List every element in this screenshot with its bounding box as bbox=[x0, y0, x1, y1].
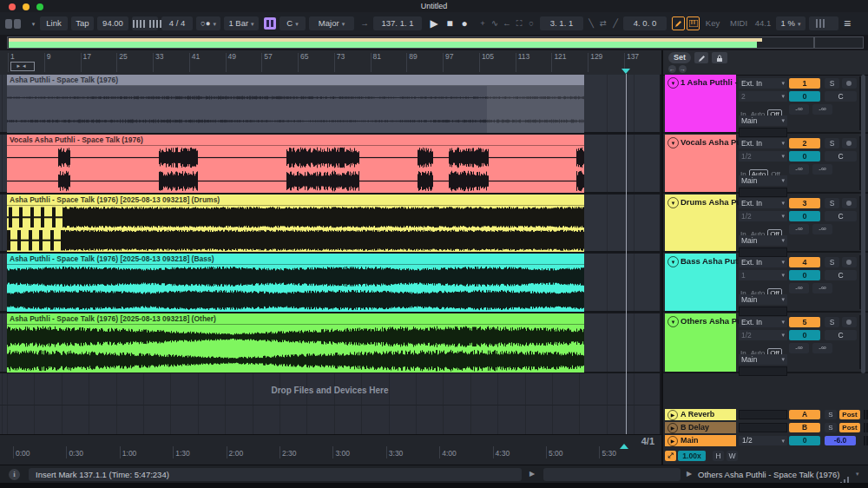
pan-value[interactable]: C bbox=[825, 211, 857, 221]
send-b-value[interactable]: -∞ bbox=[812, 283, 832, 293]
volume-value[interactable]: 0 bbox=[789, 211, 820, 221]
add-locator-icon[interactable]: + bbox=[477, 16, 488, 30]
punch-length-field[interactable]: 4. 0. 0 bbox=[623, 16, 667, 30]
vertical-scrollbar[interactable] bbox=[861, 75, 865, 373]
track-lane[interactable]: Asha Puthli - Space Talk (1976) [2025-08… bbox=[0, 195, 660, 253]
input-channel-select[interactable]: 1/2▾ bbox=[739, 211, 787, 221]
input-channel-select[interactable]: 1/2▾ bbox=[739, 330, 787, 340]
return-activator-button[interactable]: B bbox=[789, 423, 820, 432]
track-name-block[interactable]: ▾ Vocals Asha Put bbox=[665, 135, 736, 192]
zoom-icon[interactable]: ⤢ bbox=[665, 451, 676, 461]
output-select[interactable]: Main▾ bbox=[739, 115, 787, 126]
link-button[interactable]: Link bbox=[40, 16, 68, 30]
track-name-block[interactable]: ▾ Drums Asha Put bbox=[665, 195, 736, 251]
re-enable-automation-icon[interactable]: ← bbox=[502, 16, 512, 30]
window-layout-icon[interactable] bbox=[5, 16, 23, 30]
record-button[interactable]: ● bbox=[458, 16, 470, 30]
input-channel-select[interactable]: 1▾ bbox=[739, 270, 787, 280]
main-pan-value[interactable]: 0 bbox=[789, 436, 820, 445]
post-toggle-button[interactable]: Post bbox=[839, 423, 860, 432]
io-extra-field[interactable] bbox=[739, 366, 787, 376]
drop-zone[interactable]: Drop Files and Devices Here bbox=[0, 373, 660, 434]
tempo-field[interactable]: 94.00 bbox=[97, 16, 128, 30]
return-track-name-block[interactable]: ▶ B Delay bbox=[665, 422, 736, 433]
input-type-select[interactable]: Ext. In▾ bbox=[739, 317, 787, 327]
beat-time-ruler[interactable]: 191725334149576573818997105113121129137 … bbox=[0, 50, 661, 76]
send-a-value[interactable]: -∞ bbox=[789, 164, 809, 175]
draw-automation-icon[interactable] bbox=[694, 52, 708, 63]
send-a-value[interactable]: -∞ bbox=[789, 104, 809, 115]
output-select[interactable]: Main▾ bbox=[739, 354, 787, 365]
follow-icon[interactable]: → bbox=[358, 16, 372, 30]
session-record-icon[interactable]: ⛶ bbox=[514, 16, 524, 30]
arm-button[interactable] bbox=[842, 78, 857, 89]
play-button[interactable]: ▶ bbox=[428, 16, 440, 30]
track-lane[interactable]: Asha Puthli - Space Talk (1976) bbox=[0, 75, 660, 134]
time-signature-field[interactable]: 4 / 4 bbox=[161, 16, 193, 30]
track-width-button[interactable]: W bbox=[727, 451, 738, 461]
arm-button[interactable] bbox=[842, 138, 857, 148]
main-output-select[interactable]: 1/2▾ bbox=[739, 436, 787, 445]
arm-button[interactable] bbox=[842, 257, 857, 267]
scale-root-select[interactable]: C▾ bbox=[279, 16, 306, 30]
pan-value[interactable]: C bbox=[825, 151, 857, 162]
loop-switch-icon[interactable]: ⇄ bbox=[597, 16, 609, 30]
overview-tail-region[interactable] bbox=[814, 36, 864, 49]
main-track-name-block[interactable]: ▶ Main bbox=[665, 435, 736, 446]
pan-value[interactable]: C bbox=[825, 91, 857, 102]
pan-value[interactable]: C bbox=[825, 270, 857, 280]
audio-clip[interactable]: Vocals Asha Puthli - Space Talk (1976) bbox=[7, 135, 584, 193]
solo-button[interactable]: S bbox=[825, 198, 839, 208]
punch-start-field[interactable]: 3. 1. 1 bbox=[540, 16, 583, 30]
track-header[interactable]: ▾ Drums Asha Put Ext. In▾ 1/2▾ InAutoOff… bbox=[663, 195, 868, 253]
track-activator-button[interactable]: 4 bbox=[789, 257, 820, 267]
expand-arrow-icon[interactable]: ▶ bbox=[529, 470, 535, 478]
post-toggle-button[interactable]: Post bbox=[839, 410, 860, 419]
fold-track-icon[interactable]: ▾ bbox=[667, 256, 679, 267]
time-ruler[interactable]: 0:000:301:001:302:002:303:003:304:004:30… bbox=[0, 434, 661, 465]
stop-button[interactable]: ■ bbox=[444, 16, 456, 30]
send-b-value[interactable]: -∞ bbox=[812, 104, 832, 115]
scale-icon[interactable] bbox=[264, 17, 276, 30]
expand-arrow-icon[interactable]: ▶ bbox=[687, 470, 692, 478]
fold-track-icon[interactable]: ▾ bbox=[667, 137, 679, 148]
clip-waveform-area[interactable] bbox=[7, 86, 584, 133]
volume-value[interactable]: 0 bbox=[789, 151, 820, 162]
groove-pool-icon[interactable]: ○●▾ bbox=[196, 16, 220, 30]
chevron-down-icon[interactable]: ▾ bbox=[28, 16, 36, 30]
track-lane[interactable]: Asha Puthli - Space Talk (1976) [2025-08… bbox=[0, 254, 660, 313]
track-activator-button[interactable]: 5 bbox=[789, 317, 820, 327]
input-channel-select[interactable]: 1/2▾ bbox=[739, 151, 787, 162]
next-locator-button[interactable]: → bbox=[679, 65, 687, 73]
send-a-value[interactable]: -∞ bbox=[789, 283, 809, 293]
send-b-value[interactable]: -∞ bbox=[812, 164, 832, 175]
info-icon[interactable]: i bbox=[9, 469, 20, 480]
track-name-block[interactable]: ▾ Bass Asha Puthli bbox=[665, 254, 736, 311]
output-select[interactable]: Main▾ bbox=[739, 235, 787, 246]
arm-button[interactable] bbox=[842, 317, 857, 327]
track-header[interactable]: ▾ Bass Asha Puthli Ext. In▾ 1▾ InAutoOff… bbox=[663, 254, 868, 313]
solo-button[interactable]: S bbox=[825, 423, 837, 432]
loop-start-icon[interactable]: ○ bbox=[526, 16, 536, 30]
fold-track-icon[interactable]: ▾ bbox=[667, 316, 679, 327]
arrangement-position-field[interactable]: 137. 1. 1 bbox=[373, 16, 422, 30]
clip-title-bar[interactable]: Asha Puthli - Space Talk (1976) [2025-08… bbox=[7, 195, 584, 206]
fold-track-icon[interactable]: ▾ bbox=[667, 197, 679, 208]
input-type-select[interactable]: Ext. In▾ bbox=[739, 138, 787, 148]
clip-waveform-area[interactable] bbox=[7, 325, 584, 373]
track-name-block[interactable]: ▾ 1 Asha Puthli - S bbox=[665, 75, 736, 132]
track-lane[interactable]: Vocals Asha Puthli - Space Talk (1976) bbox=[0, 135, 660, 194]
punch-out-icon[interactable]: ╱ bbox=[611, 16, 620, 30]
return-track-row[interactable]: ▶ A Reverb A S Post bbox=[663, 409, 868, 421]
computer-midi-keyboard-icon[interactable] bbox=[687, 16, 700, 30]
metronome-icon[interactable] bbox=[132, 16, 158, 30]
clip-waveform-area[interactable] bbox=[7, 206, 584, 252]
arm-button[interactable] bbox=[842, 198, 857, 208]
audio-clip[interactable]: Asha Puthli - Space Talk (1976) [2025-08… bbox=[7, 254, 584, 312]
overview-visible-region[interactable] bbox=[7, 36, 814, 49]
solo-button[interactable]: S bbox=[825, 78, 839, 89]
audio-clip[interactable]: Asha Puthli - Space Talk (1976) [2025-08… bbox=[7, 195, 584, 252]
chevron-down-icon[interactable]: ▾ bbox=[856, 471, 859, 478]
return-track-row[interactable]: ▶ B Delay B S Post bbox=[663, 422, 868, 434]
audio-clip[interactable]: Asha Puthli - Space Talk (1976) bbox=[7, 75, 584, 133]
